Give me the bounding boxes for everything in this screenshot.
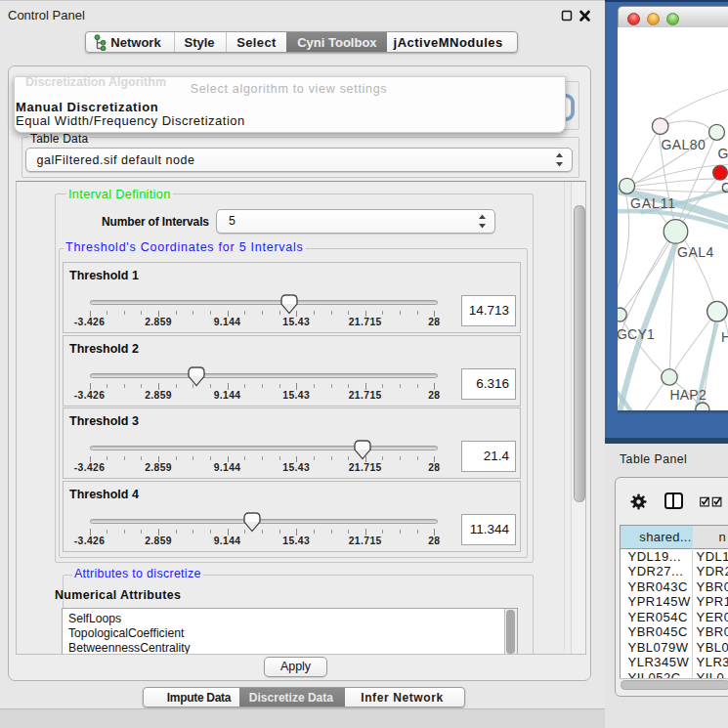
svg-text:GAL4: GAL4: [677, 244, 714, 260]
svg-text:GAL11: GAL11: [630, 194, 676, 210]
svg-text:GAL80: GAL80: [661, 136, 706, 151]
svg-text:GAL7: GAL7: [717, 145, 728, 160]
svg-text:HAP2: HAP2: [669, 386, 706, 402]
svg-text:GCY1: GCY1: [618, 325, 655, 341]
svg-text:CD: CD: [721, 180, 728, 195]
svg-text:HA: HA: [721, 328, 728, 344]
